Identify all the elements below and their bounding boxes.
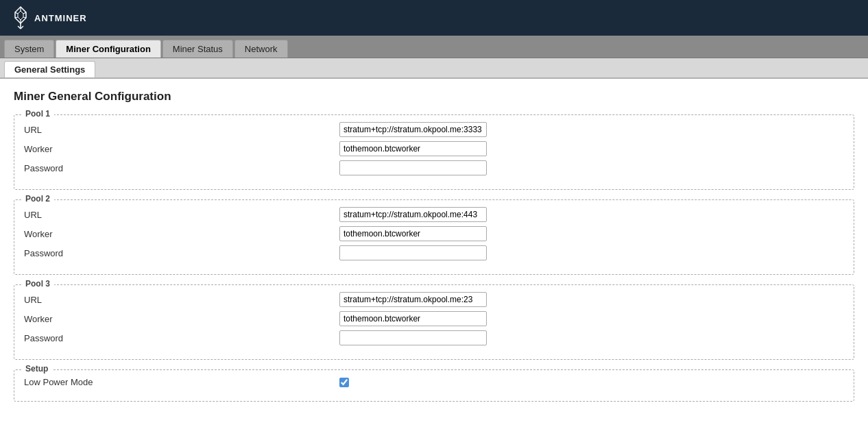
pool2-password-label: Password	[24, 248, 339, 258]
tab-miner-configuration[interactable]: Miner Configuration	[56, 40, 161, 58]
logo-area: ANTMINER	[11, 5, 87, 30]
low-power-mode-checkbox[interactable]	[339, 378, 349, 387]
pool1-worker-label: Worker	[24, 144, 339, 154]
pool2-password-row: Password	[24, 245, 844, 260]
pool3-legend: Pool 3	[21, 279, 54, 289]
pool3-url-input[interactable]	[339, 292, 487, 307]
pool2-url-input[interactable]	[339, 207, 487, 222]
nav-bar: System Miner Configuration Miner Status …	[0, 36, 868, 58]
logo-icon	[11, 5, 30, 30]
pool3-password-row: Password	[24, 330, 844, 345]
sub-tab-general-settings[interactable]: General Settings	[4, 61, 95, 77]
pool2-worker-row: Worker	[24, 226, 844, 241]
pool2-worker-input[interactable]	[339, 226, 487, 241]
pool1-password-label: Password	[24, 163, 339, 173]
pool1-legend: Pool 1	[21, 109, 54, 119]
sub-tab-bar: General Settings	[0, 58, 868, 79]
pool3-worker-input[interactable]	[339, 311, 487, 326]
tab-network[interactable]: Network	[234, 40, 288, 58]
pool3-password-label: Password	[24, 333, 339, 343]
setup-legend: Setup	[21, 364, 52, 374]
pool3-password-input[interactable]	[339, 330, 487, 345]
pool3-url-row: URL	[24, 292, 844, 307]
page-title: Miner General Configuration	[14, 90, 854, 103]
pool1-url-row: URL	[24, 122, 844, 137]
logo-text: ANTMINER	[34, 13, 87, 23]
low-power-mode-label: Low Power Mode	[24, 377, 339, 387]
pool1-worker-input[interactable]	[339, 141, 487, 156]
pool2-group: Pool 2 URL Worker Password	[14, 199, 854, 275]
pool2-url-row: URL	[24, 207, 844, 222]
tab-system[interactable]: System	[4, 40, 54, 58]
pool1-worker-row: Worker	[24, 141, 844, 156]
main-content: Miner General Configuration Pool 1 URL W…	[0, 79, 868, 427]
setup-group: Setup Low Power Mode	[14, 369, 854, 402]
pool3-worker-label: Worker	[24, 314, 339, 324]
low-power-mode-row: Low Power Mode	[24, 377, 844, 387]
pool2-worker-label: Worker	[24, 229, 339, 239]
pool3-group: Pool 3 URL Worker Password	[14, 284, 854, 360]
pool1-group: Pool 1 URL Worker Password	[14, 114, 854, 190]
header: ANTMINER	[0, 0, 868, 36]
pool1-url-input[interactable]	[339, 122, 487, 137]
tab-miner-status[interactable]: Miner Status	[162, 40, 233, 58]
pool2-password-input[interactable]	[339, 245, 487, 260]
pool1-url-label: URL	[24, 125, 339, 135]
pool1-password-row: Password	[24, 160, 844, 175]
pool2-url-label: URL	[24, 210, 339, 220]
pool1-password-input[interactable]	[339, 160, 487, 175]
pool3-worker-row: Worker	[24, 311, 844, 326]
pool3-url-label: URL	[24, 295, 339, 305]
pool2-legend: Pool 2	[21, 194, 54, 204]
